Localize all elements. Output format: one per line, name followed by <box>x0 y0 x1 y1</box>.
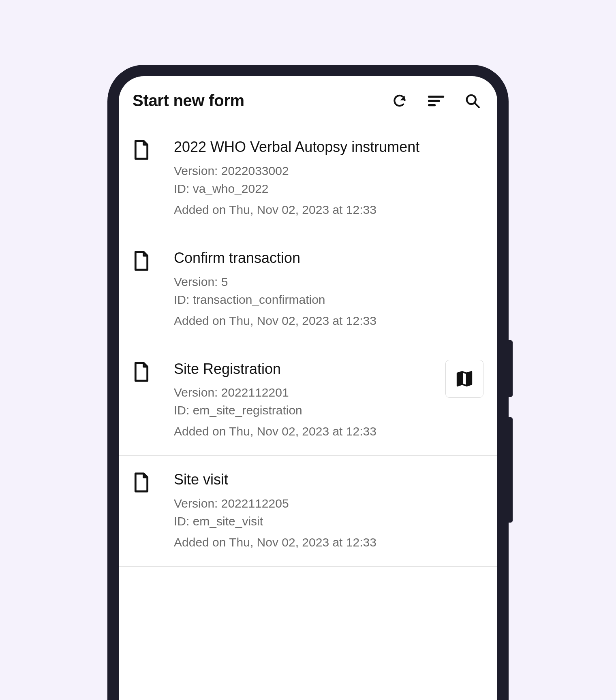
screen: Start new form <box>119 76 497 700</box>
form-title: Confirm transaction <box>174 249 483 268</box>
form-meta: Version: 2022033002ID: va_who_2022Added … <box>174 162 483 218</box>
form-id: ID: transaction_confirmation <box>174 291 483 308</box>
form-added: Added on Thu, Nov 02, 2023 at 12:33 <box>174 423 437 440</box>
form-item-body: Confirm transactionVersion: 5ID: transac… <box>174 249 483 330</box>
refresh-button[interactable] <box>392 93 407 109</box>
form-item-body: 2022 WHO Verbal Autopsy instrumentVersio… <box>174 138 483 219</box>
page-title: Start new form <box>133 92 392 110</box>
form-id: ID: em_site_visit <box>174 513 483 530</box>
form-meta: Version: 5ID: transaction_confirmationAd… <box>174 273 483 329</box>
sort-button[interactable] <box>428 93 445 109</box>
form-list-item[interactable]: Site RegistrationVersion: 2022112201ID: … <box>119 345 497 456</box>
forms-list: 2022 WHO Verbal Autopsy instrumentVersio… <box>119 123 497 567</box>
form-version: Version: 2022112205 <box>174 495 483 512</box>
search-button[interactable] <box>465 93 480 109</box>
map-icon <box>455 369 474 388</box>
form-added: Added on Thu, Nov 02, 2023 at 12:33 <box>174 312 483 329</box>
svg-line-4 <box>475 103 479 107</box>
phone-side-button <box>509 417 513 523</box>
form-version: Version: 2022112201 <box>174 384 437 401</box>
form-title: 2022 WHO Verbal Autopsy instrument <box>174 138 483 157</box>
header-actions <box>392 93 483 109</box>
search-icon <box>465 93 480 109</box>
form-item-body: Site RegistrationVersion: 2022112201ID: … <box>174 360 437 441</box>
app-header: Start new form <box>119 76 497 123</box>
refresh-icon <box>392 93 407 109</box>
phone-frame: Start new form <box>107 65 509 700</box>
form-version: Version: 5 <box>174 273 483 290</box>
form-id: ID: va_who_2022 <box>174 180 483 197</box>
form-meta: Version: 2022112205ID: em_site_visitAdde… <box>174 495 483 551</box>
form-id: ID: em_site_registration <box>174 402 437 419</box>
document-icon <box>133 250 150 273</box>
form-meta: Version: 2022112201ID: em_site_registrat… <box>174 384 437 440</box>
form-list-item[interactable]: Confirm transactionVersion: 5ID: transac… <box>119 234 497 345</box>
document-icon <box>133 472 150 495</box>
form-list-item[interactable]: 2022 WHO Verbal Autopsy instrumentVersio… <box>119 123 497 234</box>
form-item-body: Site visitVersion: 2022112205ID: em_site… <box>174 470 483 552</box>
document-icon <box>133 361 150 384</box>
form-trailing <box>445 360 483 398</box>
form-title: Site visit <box>174 470 483 489</box>
form-added: Added on Thu, Nov 02, 2023 at 12:33 <box>174 534 483 551</box>
document-icon <box>133 139 150 162</box>
form-version: Version: 2022033002 <box>174 162 483 179</box>
form-title: Site Registration <box>174 360 437 379</box>
map-button[interactable] <box>445 360 483 398</box>
phone-side-button <box>509 340 513 397</box>
form-added: Added on Thu, Nov 02, 2023 at 12:33 <box>174 201 483 218</box>
form-list-item[interactable]: Site visitVersion: 2022112205ID: em_site… <box>119 456 497 567</box>
sort-icon <box>428 93 445 109</box>
